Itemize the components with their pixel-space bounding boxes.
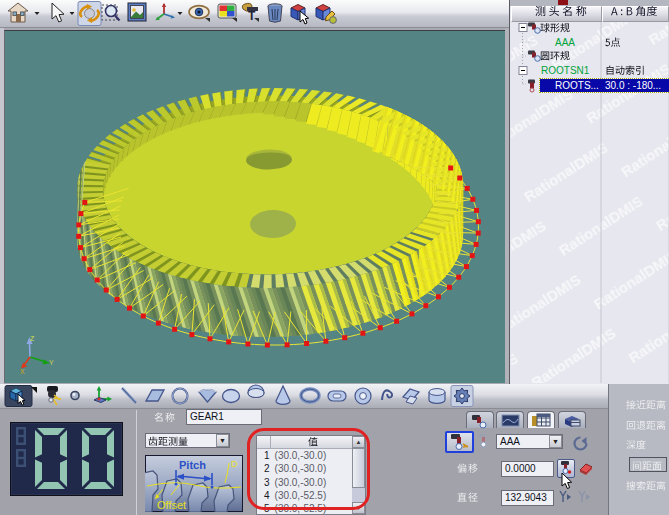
- svg-text:AAA: AAA: [555, 37, 575, 48]
- svg-text:ROOTS...: ROOTS...: [555, 80, 599, 91]
- svg-text:Y: Y: [49, 359, 54, 366]
- svg-text:Pitch: Pitch: [179, 459, 206, 471]
- svg-text:D: D: [231, 459, 238, 469]
- svg-text:T: T: [248, 9, 256, 23]
- svg-text:X: X: [20, 368, 25, 375]
- svg-text:ROOTSN1: ROOTSN1: [541, 65, 590, 76]
- svg-text:30.0 : -180...: 30.0 : -180...: [605, 80, 661, 91]
- svg-text:Z: Z: [30, 335, 35, 342]
- svg-text:Offset: Offset: [157, 499, 186, 511]
